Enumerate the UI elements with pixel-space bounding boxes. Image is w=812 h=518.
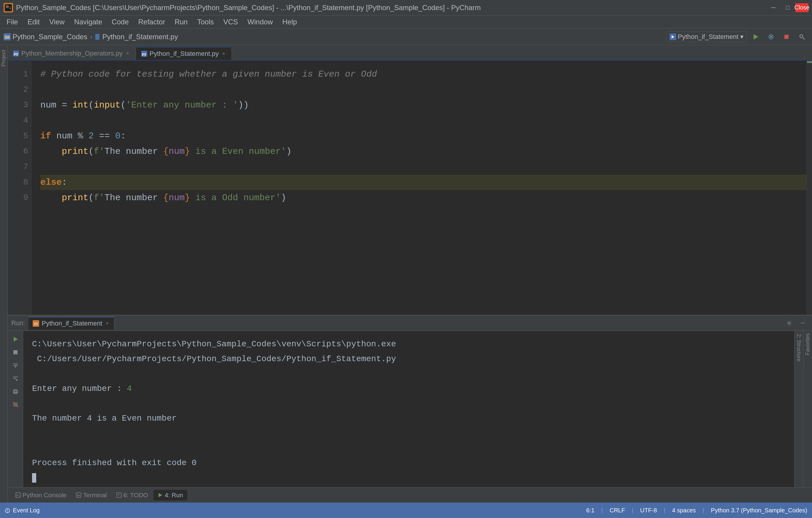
breadcrumb-project[interactable]: Python_Sample_Codes — [12, 33, 87, 41]
status-line-ending[interactable]: CRLF — [610, 507, 625, 514]
menu-run[interactable]: Run — [170, 17, 192, 27]
run-tab-bar-right: ─ — [784, 319, 808, 328]
code-line-2 — [40, 82, 807, 98]
run-panel: Run: py Python_if_Statement × ─ — [8, 315, 812, 487]
output-cursor — [32, 473, 36, 483]
run-config-label: Python_if_Statement — [678, 33, 738, 41]
code-content[interactable]: # Python code for testing whether a give… — [31, 61, 807, 315]
title-text: Python_Sample_Codes [C:\Users\User\Pycha… — [16, 4, 481, 12]
structure-sidebar: 2: Structure — [794, 331, 803, 487]
output-line-5 — [32, 396, 785, 411]
svg-marker-17 — [14, 366, 17, 368]
run-stop-button[interactable] — [9, 347, 21, 358]
menu-vcs[interactable]: VCS — [219, 17, 242, 27]
status-bar: Event Log 6:1 | CRLF | UTF-8 | 4 spaces … — [0, 502, 812, 518]
maximize-button[interactable]: □ — [781, 3, 794, 12]
status-position[interactable]: 6:1 — [586, 507, 594, 514]
svg-rect-14 — [13, 350, 18, 354]
editor-and-run: py Python_Membership_Operators.py × py P… — [8, 45, 812, 502]
bottom-tab-todo-label: 6: TODO — [123, 492, 148, 499]
svg-rect-15 — [13, 363, 18, 364]
run-button[interactable] — [749, 31, 762, 42]
run-config-chevron: ▾ — [740, 33, 744, 41]
status-indent[interactable]: 4 spaces — [672, 507, 696, 514]
output-line-9: Process finished with exit code 0 — [32, 456, 785, 470]
status-encoding[interactable]: UTF-8 — [640, 507, 657, 514]
svg-point-8 — [770, 36, 772, 38]
run-tab-active[interactable]: py Python_if_Statement × — [28, 317, 114, 330]
run-rerun-button[interactable] — [9, 334, 21, 345]
run-config-dropdown[interactable]: Python_if_Statement ▾ — [666, 31, 747, 42]
debug-button[interactable] — [764, 31, 778, 42]
pycharm-icon — [4, 3, 13, 12]
project-label[interactable]: Project — [1, 48, 7, 68]
code-line-1: # Python code for testing whether a give… — [40, 66, 807, 82]
stop-button[interactable] — [780, 31, 793, 42]
run-label: Run: — [11, 319, 25, 327]
menu-tools[interactable]: Tools — [193, 17, 218, 27]
status-sep-2: | — [631, 507, 634, 513]
code-line-8: else: — [40, 175, 807, 190]
run-minimize-button[interactable]: ─ — [797, 319, 808, 328]
svg-line-11 — [803, 38, 805, 39]
tab-close-if[interactable]: × — [221, 51, 226, 57]
bottom-tab-terminal[interactable]: Terminal — [72, 490, 111, 500]
menu-file[interactable]: File — [2, 17, 22, 27]
run-settings-button[interactable] — [784, 319, 795, 328]
structure-label[interactable]: 2: Structure — [796, 334, 802, 361]
output-input-value: 4 — [127, 384, 132, 393]
svg-rect-22 — [14, 389, 17, 391]
favorites-label[interactable]: Favorites — [805, 333, 811, 355]
menu-refactor[interactable]: Refactor — [134, 17, 170, 27]
svg-rect-16 — [13, 365, 18, 365]
code-editor[interactable]: 1 2 3 4 5 6 7 8 9 # Python code for test… — [8, 61, 812, 315]
status-sep-3: | — [663, 507, 666, 513]
run-output: C:\Users\User\PycharmProjects\Python_Sam… — [23, 331, 794, 487]
scrollbar-gutter[interactable] — [807, 61, 812, 315]
search-button[interactable] — [795, 31, 808, 42]
status-bar-right: 6:1 | CRLF | UTF-8 | 4 spaces | Python 3… — [586, 507, 807, 514]
line-numbers: 1 2 3 4 5 6 7 8 9 — [8, 61, 31, 315]
tab-label-membership: Python_Membership_Operators.py — [21, 50, 122, 57]
project-sidebar: Project — [0, 45, 8, 502]
menu-help[interactable]: Help — [278, 17, 301, 27]
bottom-tab-python-console[interactable]: Python Console — [11, 490, 70, 500]
breadcrumb-file-icon — [95, 34, 100, 40]
status-event-log[interactable]: Event Log — [5, 507, 40, 514]
code-line-5: if num % 2 == 0: — [40, 128, 807, 144]
bottom-tab-run[interactable]: 4: Run — [153, 490, 187, 500]
close-button[interactable]: Close — [795, 3, 808, 12]
title-bar: Python_Sample_Codes [C:\Users\User\Pycha… — [0, 0, 812, 16]
run-tab-bar: Run: py Python_if_Statement × ─ — [8, 316, 812, 331]
minimize-button[interactable]: ─ — [767, 3, 780, 12]
menu-window[interactable]: Window — [243, 17, 277, 27]
tab-membership-operators[interactable]: py Python_Membership_Operators.py × — [8, 47, 136, 60]
status-interpreter[interactable]: Python 3.7 (Python_Sample_Codes) — [711, 507, 807, 514]
svg-rect-3 — [95, 34, 99, 40]
output-line-1: C:\Users\User\PycharmProjects\Python_Sam… — [32, 337, 785, 352]
menu-edit[interactable]: Edit — [24, 17, 44, 27]
run-scroll-end-button[interactable] — [9, 360, 21, 371]
output-line-4: Enter any number : 4 — [32, 381, 785, 396]
bottom-tab-python-console-label: Python Console — [23, 492, 66, 499]
run-print-button[interactable] — [9, 386, 21, 397]
breadcrumb-separator: › — [90, 33, 92, 40]
run-content-area: C:\Users\User\PycharmProjects\Python_Sam… — [8, 331, 812, 487]
run-clear-button[interactable] — [9, 399, 21, 410]
favorites-panel: Favorites — [803, 331, 812, 487]
menu-code[interactable]: Code — [108, 17, 133, 27]
content-wrapper: Project py Python_Membership_Operators.p… — [0, 45, 812, 502]
svg-marker-6 — [754, 34, 758, 39]
menu-view[interactable]: View — [45, 17, 69, 27]
run-softref-button[interactable] — [9, 373, 21, 384]
bottom-tab-todo[interactable]: 6: TODO — [112, 490, 152, 500]
code-line-7 — [40, 159, 807, 175]
run-tab-close[interactable]: × — [105, 320, 110, 327]
menu-navigate[interactable]: Navigate — [70, 17, 107, 27]
svg-rect-33 — [117, 493, 121, 497]
tab-close-membership[interactable]: × — [125, 50, 130, 57]
breadcrumb-file[interactable]: Python_if_Statement.py — [103, 33, 178, 41]
run-tab-name: Python_if_Statement — [41, 320, 102, 327]
tab-if-statement[interactable]: py Python_if_Statement.py × — [136, 47, 232, 60]
svg-point-10 — [800, 35, 803, 38]
